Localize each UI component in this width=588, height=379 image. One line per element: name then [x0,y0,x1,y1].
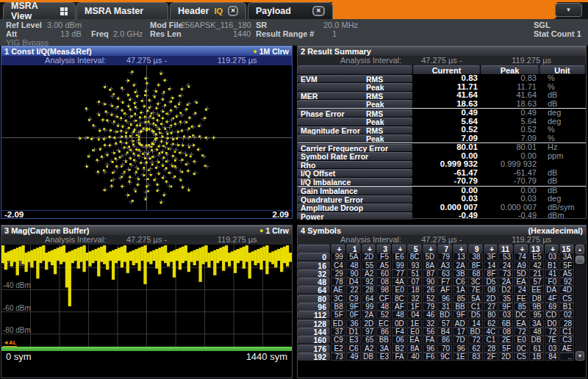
symbol-hex-cell: 3B [453,270,467,278]
mag-plot[interactable]: -20 dBm-40 dBm-60 dBm-80 dBm ◄AL 0 sym 1… [1,245,292,362]
svg-text:-80 dBm: -80 dBm [3,326,31,334]
symbol-hex-cell: 48 [529,328,544,336]
symbol-hex-cell: C6 [453,278,467,286]
result-row: Peak5.645.64deg [298,118,586,126]
const-iq-titlebar[interactable]: 1 Const I/Q(Meas&Ref) ● 1M Clrw [1,46,292,56]
mod-file-value[interactable]: 256APSK_116_180 [181,21,251,29]
iq-badge: IQ [214,7,223,15]
freq-label: Freq [91,29,109,38]
symbol-hex-cell: 99 [392,261,406,270]
analysis-interval-to: 119.275 µs [512,235,551,244]
result-row: Peak18.6318.63dB [298,100,586,109]
att-value[interactable]: 13 dB [60,29,82,38]
trace-legend: ● 1 Clrw [259,226,289,235]
scrollbar-thumb[interactable] [576,256,584,264]
result-label-cell: I/Q Imbalance [298,178,412,186]
result-row: Quadrature Error0.030.03deg [298,195,586,203]
symbol-hex-cell: E6 [392,253,406,261]
symbols-column-header: + [484,245,498,253]
result-unit: deg [539,109,582,118]
tab-header[interactable]: Header IQ ✕ [170,2,246,19]
active-tab-highlight [332,0,557,19]
result-row: I/Q Imbalance-70.79-70.79dB [298,177,586,186]
symbol-hex-cell: 1E [407,320,422,328]
symbol-hex-cell: 1A [453,286,467,294]
scroll-down-button[interactable]: ▼ [576,351,584,361]
result-unit: % [539,74,582,83]
result-current-value: 80.01 [413,143,480,152]
ref-level-value[interactable]: 3.00 dBm [47,21,82,29]
close-tab-icon[interactable]: ✕ [312,6,325,16]
symbol-hex-cell: 35 [498,295,513,303]
symbol-hex-cell: 77 [392,270,406,278]
symbols-header-row: +1+3+5+7+9+11+13+15 [298,245,574,253]
trace-color-icon: ● [259,228,263,234]
result-row: Magnitude ErrorRMS0.520.52% [298,126,586,134]
result-label-cell: Peak [298,118,412,126]
result-range-value[interactable]: 1 [332,29,337,38]
tab-payload[interactable]: Payload ✕ [248,2,333,19]
svg-text:-40 dBm: -40 dBm [3,281,31,289]
symbol-hex-cell: 87 [423,270,437,278]
symbol-hex-cell: C1 [559,328,574,336]
result-row: Power-0.49-0.49dBm [298,212,586,220]
result-subtype: RMS [366,93,383,101]
sr-value[interactable]: 20.0 MHz [323,21,358,29]
result-label-cell: Peak [298,83,412,91]
symbols-scrollbar[interactable]: ▲ ▼ [575,245,585,361]
symbols-row-address: 128 [298,320,330,328]
symbol-hex-cell: 3A [529,320,544,328]
result-peak-value: 80.01 [481,143,539,152]
close-tab-icon[interactable]: ✕ [228,6,238,16]
symbol-hex-cell: 2A [362,311,376,319]
symbol-hex-cell: 1B [529,353,544,361]
result-unit: % [539,134,582,143]
symbol-hex-cell: 32 [407,295,422,303]
symbols-titlebar[interactable]: 4 Symbols (Hexadecimal) [298,225,586,235]
analysis-interval-to: 119.275 µs [512,56,551,65]
symbol-hex-cell: 08 [498,328,513,336]
result-row: Rho0.999 9320.999 932 [298,160,586,169]
symbol-hex-cell: 04 [407,311,422,319]
tab-label: Header [178,6,209,16]
symbol-hex-cell: 48 [392,311,406,319]
constellation-plot[interactable] [1,65,292,210]
symbol-hex-cell: FE [514,295,528,303]
result-summary-titlebar[interactable]: 2 Result Summary [298,46,586,56]
tab-list-dropdown-button[interactable]: ▼ [555,3,582,17]
symbol-hex-cell: F4 [392,328,406,336]
symbols-row: 1125F0F2A52480446BD9FD58003DC95CD02 [298,311,574,319]
scroll-up-button[interactable]: ▲ [576,245,584,254]
analysis-interval-from: 47.275 µs - [421,56,462,65]
symbol-hex-cell: 49 [346,353,361,361]
mag-capture-titlebar[interactable]: 3 Mag(Capture Buffer) ● 1 Clrw [1,225,292,235]
result-subtype: Peak [366,118,384,126]
tab-msra-master[interactable]: MSRA Master [76,2,168,19]
symbol-hex-cell: F5 [376,253,391,261]
result-subtype: Peak [366,84,384,92]
symbol-hex-cell: 52 [423,295,437,303]
window-title: 1 Const I/Q(Meas&Ref) [4,47,92,56]
symbol-hex-cell: 2A [453,261,467,270]
symbols-row: 16C44855A599938AA32A8F1424A942B15F [298,261,574,270]
freq-value[interactable]: 2.0 GHz [113,29,143,38]
symbol-hex-cell: 2D [484,295,498,303]
symbols-row-address: 64 [298,286,330,294]
symbol-hex-cell: 07 [407,278,422,286]
res-len-value[interactable]: 1440 [233,29,251,38]
analysis-line-marker[interactable]: ◄AL [3,339,17,347]
analysis-interval-to: 119.275 µs [218,235,257,244]
result-current-value: 18.63 [413,100,480,109]
channel-tab-bar: MSRA View MSRA Master Header IQ ✕ Payloa… [0,0,588,19]
mod-file-label: Mod File [150,21,183,29]
symbol-hex-cell: C3 [559,336,574,344]
result-peak-value: 0.52 [481,126,539,134]
mag-trace-area[interactable]: -20 dBm-40 dBm-60 dBm-80 dBm [1,245,292,347]
tab-msra-view[interactable]: MSRA View [3,2,76,19]
tab-label: Payload [256,6,291,16]
symbol-hex-cell: C5 [514,353,528,361]
symbols-column-header: 5 [407,245,422,253]
analysis-interval-from: 47.275 µs - [126,56,167,65]
symbol-hex-cell: 60 [376,270,391,278]
result-name: Phase Error [301,110,345,118]
